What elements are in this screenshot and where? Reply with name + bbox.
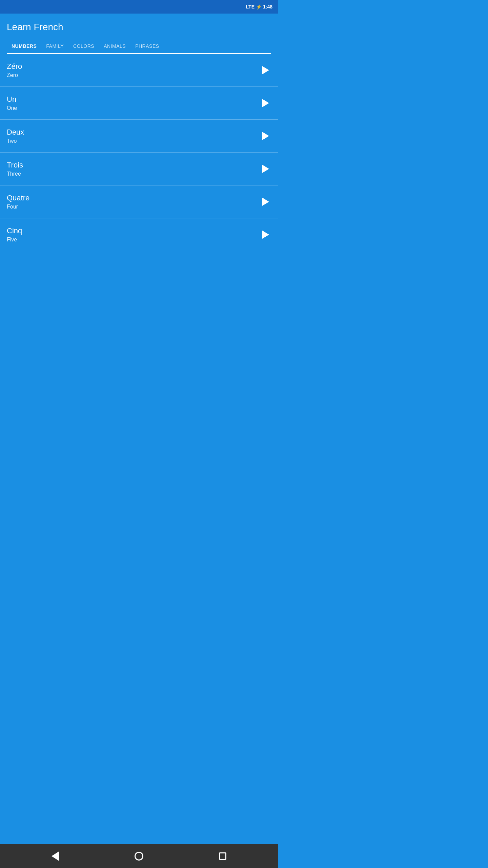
word-group: Deux Two xyxy=(7,128,24,144)
play-icon xyxy=(262,231,269,239)
english-word: One xyxy=(7,105,17,111)
battery-icon: ⚡ xyxy=(256,4,262,9)
signal-indicator: LTE xyxy=(246,4,255,9)
tab-animals[interactable]: ANIMALS xyxy=(99,39,130,53)
french-word: Un xyxy=(7,95,17,104)
english-word: Three xyxy=(7,171,23,177)
french-word: Cinq xyxy=(7,226,22,235)
list-item[interactable]: Trois Three xyxy=(0,153,278,185)
list-item[interactable]: Un One xyxy=(0,87,278,120)
french-word: Quatre xyxy=(7,194,29,202)
tab-phrases[interactable]: PHRASES xyxy=(130,39,164,53)
english-word: Two xyxy=(7,138,24,144)
word-group: Quatre Four xyxy=(7,194,29,210)
play-icon xyxy=(262,99,269,107)
english-word: Four xyxy=(7,204,29,210)
play-icon xyxy=(262,165,269,173)
french-word: Deux xyxy=(7,128,24,137)
english-word: Five xyxy=(7,237,22,243)
header: Learn French NUMBERS FAMILY COLORS ANIMA… xyxy=(0,14,278,54)
play-button[interactable] xyxy=(259,163,271,175)
tab-colors[interactable]: COLORS xyxy=(68,39,99,53)
play-icon xyxy=(262,66,269,74)
status-bar: LTE ⚡ 1:48 xyxy=(0,0,278,14)
list-item[interactable]: Deux Two xyxy=(0,120,278,153)
clock: 1:48 xyxy=(263,4,272,9)
play-icon xyxy=(262,198,269,206)
tab-numbers[interactable]: NUMBERS xyxy=(7,39,41,54)
play-button[interactable] xyxy=(259,64,271,76)
page-title: Learn French xyxy=(7,22,271,33)
play-button[interactable] xyxy=(259,229,271,241)
play-button[interactable] xyxy=(259,196,271,208)
play-button[interactable] xyxy=(259,130,271,142)
list-item[interactable]: Zéro Zero xyxy=(0,54,278,87)
word-group: Zéro Zero xyxy=(7,62,22,78)
tab-family[interactable]: FAMILY xyxy=(41,39,68,53)
word-group: Un One xyxy=(7,95,17,111)
word-group: Cinq Five xyxy=(7,226,22,243)
play-button[interactable] xyxy=(259,97,271,109)
word-group: Trois Three xyxy=(7,161,23,177)
list-item[interactable]: Quatre Four xyxy=(0,185,278,218)
word-list: Zéro Zero Un One Deux Two Trois Three xyxy=(0,54,278,251)
french-word: Zéro xyxy=(7,62,22,71)
english-word: Zero xyxy=(7,72,22,78)
play-icon xyxy=(262,132,269,140)
status-icons: LTE ⚡ 1:48 xyxy=(246,4,272,9)
tab-bar: NUMBERS FAMILY COLORS ANIMALS PHRASES xyxy=(7,39,271,54)
french-word: Trois xyxy=(7,161,23,170)
list-item[interactable]: Cinq Five xyxy=(0,218,278,251)
